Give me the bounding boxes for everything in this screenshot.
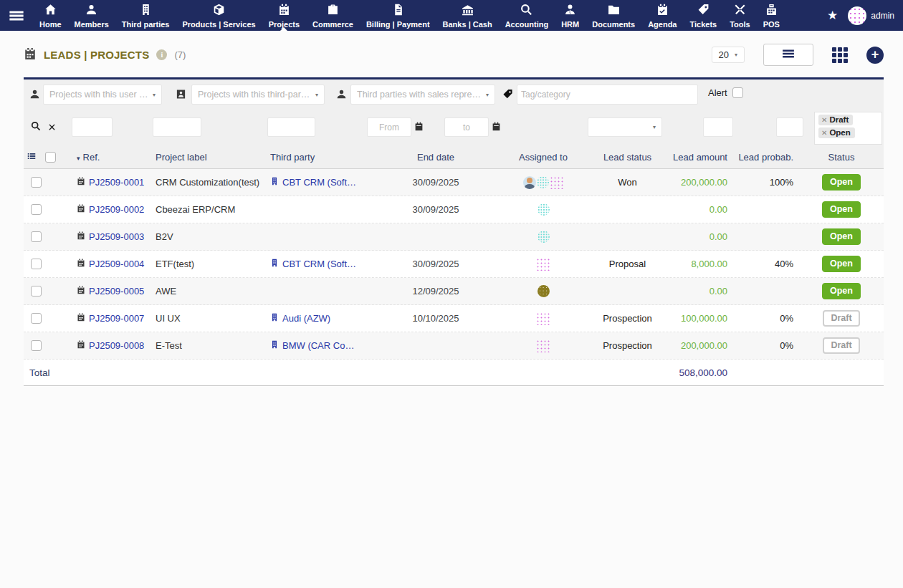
filter-sales-rep-select[interactable]: Third parties with sales repres...▾ [350,85,495,105]
lead-amount: 0.00 [658,231,733,242]
column-header-assigned[interactable]: Assigned to [489,152,597,163]
info-icon[interactable]: i [156,49,167,60]
column-options-icon[interactable] [27,151,37,163]
menu-item-label: Accounting [505,20,549,29]
menu-item-commerce[interactable]: Commerce [306,0,360,31]
dotted-avatar[interactable] [536,312,550,325]
search-thirdparty-input[interactable] [267,117,315,137]
bookmark-star-icon[interactable]: ★ [827,8,838,23]
menu-item-projects[interactable]: Projects [262,0,306,31]
clear-filters-icon[interactable] [48,121,56,134]
row-checkbox[interactable] [31,204,42,215]
project-ref-link[interactable]: PJ2509-0005 [89,286,144,297]
menu-item-third-parties[interactable]: Third parties [115,0,176,31]
calendar-icon[interactable] [492,121,501,134]
total-amount: 508,000.00 [658,367,733,378]
calendar-icon[interactable] [414,121,424,134]
date-to-input[interactable] [444,117,489,137]
column-header-leadstatus[interactable]: Lead status [597,152,658,163]
project-ref-link[interactable]: PJ2509-0007 [89,313,144,324]
search-icon[interactable] [31,121,41,134]
globe-avatar[interactable] [538,231,550,243]
project-ref-link[interactable]: PJ2509-0001 [89,177,144,188]
project-ref-link[interactable]: PJ2509-0003 [89,231,144,242]
column-header-ref[interactable]: ▾Ref. [74,152,153,163]
menu-item-tools[interactable]: Tools [723,0,757,31]
status-chip-open[interactable]: ✕Open [818,127,855,138]
filter-user-select[interactable]: Projects with this user as ...▾ [43,85,162,105]
column-header-label[interactable]: Project label [153,152,267,163]
search-label-input[interactable] [153,117,201,137]
search-filter-row: ▾ ✕Draft ✕Open [24,110,884,145]
thirdparty-link[interactable]: Audi (AZW) [282,313,330,324]
menu-item-label: Tools [730,20,750,29]
globe-avatar[interactable] [538,203,550,216]
user-menu[interactable]: admin [848,6,894,25]
column-header-thirdparty[interactable]: Third party [267,152,382,163]
filter-thirdparty-select[interactable]: Projects with this third-party ...▾ [191,85,325,105]
tag-icon [502,89,513,102]
list-view-button[interactable] [763,44,813,66]
row-checkbox[interactable] [31,286,42,297]
column-header-leadprobab[interactable]: Lead probab. [733,152,799,163]
project-ref-link[interactable]: PJ2509-0004 [89,259,144,269]
menu-item-hrm[interactable]: HRM [555,0,586,31]
project-icon [77,204,85,215]
thirdparty-link[interactable]: CBT CRM (Soft… [282,177,356,188]
thirdparty-link[interactable]: BMW (CAR Co… [282,340,354,351]
status-multiselect[interactable]: ✕Draft ✕Open [814,112,882,145]
dotted-avatar[interactable] [550,176,564,189]
row-checkbox[interactable] [31,313,42,324]
column-header-status[interactable]: Status [799,152,884,163]
menu-item-accounting[interactable]: Accounting [499,0,555,31]
user-avatar [848,6,866,25]
kanban-view-button[interactable] [832,47,848,63]
dotted-avatar[interactable] [536,339,550,352]
menu-item-label: Third parties [122,20,170,29]
hamburger-menu-icon[interactable] [0,8,33,24]
remove-chip-icon[interactable]: ✕ [821,129,827,137]
date-from-input[interactable] [367,117,411,137]
column-header-leadamount[interactable]: Lead amount [658,152,733,163]
search-ref-input[interactable] [72,117,113,137]
column-header-enddate[interactable]: End date [382,152,489,163]
remove-chip-icon[interactable]: ✕ [821,116,827,124]
user-photo-avatar[interactable] [523,176,536,189]
menu-item-documents[interactable]: Documents [586,0,641,31]
row-checkbox[interactable] [31,259,42,269]
filter-panel: Projects with this user as ...▾ Projects… [24,77,884,169]
project-ref-link[interactable]: PJ2509-0002 [89,204,144,215]
row-checkbox[interactable] [31,177,42,188]
menu-item-banks-cash[interactable]: Banks | Cash [436,0,499,31]
olive-avatar[interactable] [538,285,550,297]
assigned-to [489,285,597,297]
page-title: LEADS | PROJECTS [44,49,149,61]
menu-item-products-services[interactable]: Products | Services [176,0,262,31]
project-ref-link[interactable]: PJ2509-0008 [89,340,144,351]
lead-probab-input[interactable] [776,117,803,137]
documents-icon [608,4,620,19]
alert-checkbox[interactable] [732,87,743,98]
lead-status-select[interactable]: ▾ [588,117,662,137]
menu-item-agenda[interactable]: Agenda [641,0,683,31]
status-badge: Draft [823,337,859,354]
status-chip-draft[interactable]: ✕Draft [818,115,853,125]
thirdparty-link[interactable]: CBT CRM (Soft… [282,259,356,269]
tag-category-input[interactable] [517,85,698,105]
page-size-select[interactable]: 20 ▾ [712,47,745,63]
globe-avatar[interactable] [537,176,549,188]
create-new-button[interactable]: + [866,47,884,64]
list-view-icon [782,47,795,63]
menu-item-home[interactable]: Home [33,0,68,31]
dotted-avatar[interactable] [536,258,550,271]
lead-amount-input[interactable] [703,117,733,137]
row-checkbox[interactable] [31,231,42,242]
menu-item-members[interactable]: Members [68,0,115,31]
select-all-checkbox[interactable] [45,152,56,163]
menu-item-pos[interactable]: POS [757,0,786,31]
menu-item-billing-payment[interactable]: Billing | Payment [360,0,436,31]
lead-probability: 0% [733,340,799,351]
row-checkbox[interactable] [31,340,42,351]
assigned-to [489,258,597,271]
menu-item-tickets[interactable]: Tickets [683,0,723,31]
